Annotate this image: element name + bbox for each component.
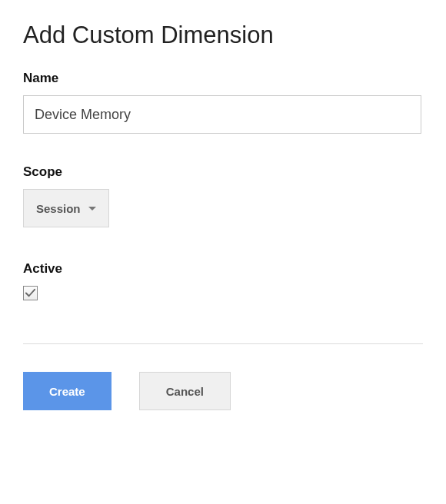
scope-label: Scope	[23, 164, 423, 180]
name-input[interactable]	[23, 95, 421, 134]
page-title: Add Custom Dimension	[23, 22, 423, 49]
active-field-group: Active	[23, 261, 423, 302]
name-label: Name	[23, 71, 423, 86]
button-row: Create Cancel	[23, 372, 423, 410]
cancel-button[interactable]: Cancel	[139, 372, 231, 410]
active-checkbox[interactable]	[23, 286, 38, 300]
active-label: Active	[23, 261, 423, 277]
scope-field-group: Scope Session	[23, 164, 423, 227]
name-field-group: Name	[23, 71, 423, 134]
divider	[23, 343, 423, 344]
checkmark-icon	[25, 287, 36, 299]
scope-dropdown[interactable]: Session	[23, 189, 109, 227]
create-button[interactable]: Create	[23, 372, 112, 410]
scope-selected-value: Session	[36, 202, 81, 215]
chevron-down-icon	[88, 207, 96, 211]
